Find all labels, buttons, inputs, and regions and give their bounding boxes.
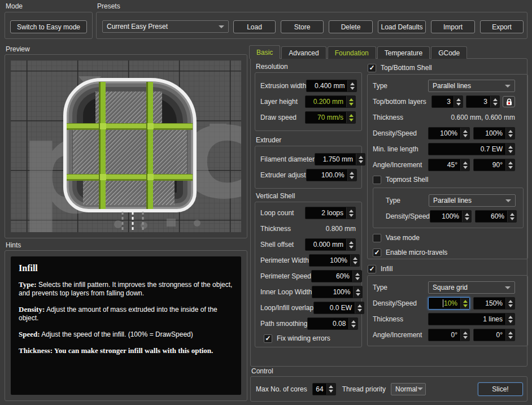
slice-button[interactable]: Slice!	[478, 382, 523, 396]
top-layers-input[interactable]: 3	[431, 95, 463, 108]
infill-increment-input[interactable]: 0°	[473, 329, 515, 341]
top-bottom-shell-checkbox[interactable]: ✓ Top/Bottom Shell	[368, 62, 432, 73]
shell-thickness-value: 0.800 mm	[326, 225, 356, 233]
spin-down-icon	[357, 309, 362, 312]
preview-3d-render[interactable]: p c	[11, 60, 241, 232]
thread-priority-dropdown[interactable]: Normal	[391, 383, 426, 395]
tab-temperature[interactable]: Temperature	[377, 46, 430, 59]
basic-tab-panel: Resolution Extrusion width 0.400 mm Laye…	[250, 58, 527, 367]
tab-advanced[interactable]: Advanced	[281, 46, 326, 59]
infill-type-dropdown[interactable]: Square grid	[428, 281, 515, 294]
spin-up-icon	[463, 130, 468, 133]
hint-type: Type: Selects the infill pattern. It imp…	[19, 280, 233, 298]
perimeter-width-input[interactable]: 100%	[309, 254, 360, 267]
topmost-density-speed-row: Density/Speed 100% 60%	[373, 208, 523, 224]
infill-angle-input[interactable]: 0°	[428, 329, 470, 341]
checkbox-box[interactable]: ✓	[368, 64, 376, 72]
tab-foundation[interactable]: Foundation	[328, 46, 376, 59]
checkbox-box[interactable]: ✓	[373, 249, 381, 257]
bottom-layers-input[interactable]: 3	[466, 95, 500, 108]
tbs-angle-increment-row: Angle/Increment 45° 90°	[368, 157, 527, 173]
spin-down-icon	[463, 166, 468, 169]
load-button[interactable]: Load	[233, 20, 276, 33]
fix-winding-errors-checkbox[interactable]: ✓ Fix winding errors	[255, 332, 361, 345]
hint-density: Density: Adjust the amount of mass extru…	[19, 305, 233, 323]
lock-ratio-button[interactable]	[503, 96, 515, 107]
spin-down-icon	[463, 134, 468, 137]
topmost-speed-input[interactable]: 60%	[475, 210, 517, 223]
spin-up-icon	[350, 82, 355, 85]
resolution-groupbox: Extrusion width 0.400 mm Layer height 0.…	[255, 72, 362, 131]
spin-up-icon	[356, 289, 360, 291]
checkbox-box[interactable]: ✓	[264, 334, 272, 343]
path-smoothing-input[interactable]: 0.08	[307, 317, 358, 330]
spin-down-icon	[508, 320, 513, 323]
spin-up-icon	[508, 130, 513, 133]
extruder-adjust-input[interactable]: 100.0%	[306, 169, 357, 181]
delete-button[interactable]: Delete	[329, 20, 373, 33]
tbs-density-input[interactable]: 100%	[428, 127, 470, 140]
store-button[interactable]: Store	[281, 20, 324, 33]
max-cores-input[interactable]: 64	[312, 383, 336, 395]
min-line-length-row: Min. line length 0.7 EW	[368, 141, 527, 157]
topmost-type-dropdown[interactable]: Parallel lines	[429, 194, 516, 207]
import-button[interactable]: Import	[431, 20, 475, 33]
draw-speed-input[interactable]: 70 mm/s	[305, 111, 356, 124]
load-defaults-button[interactable]: Load Defaults	[378, 20, 426, 33]
tbs-speed-input[interactable]: 100%	[473, 127, 515, 140]
min-line-length-input[interactable]: 0.7 EW	[428, 143, 515, 155]
spin-down-icon	[463, 304, 468, 307]
tab-basic[interactable]: Basic	[249, 45, 280, 59]
hint-title: Infill	[19, 263, 233, 273]
spin-down-icon	[493, 103, 498, 106]
enable-micro-travels-checkbox[interactable]: ✓ Enable micro-travels	[368, 245, 527, 260]
text-caret	[443, 299, 443, 307]
tbs-angle-input[interactable]: 45°	[428, 159, 470, 171]
shell-offset-input[interactable]: 0.000 mm	[305, 238, 356, 251]
spin-up-icon	[456, 98, 461, 101]
infill-groupbox: Type Square grid Density/Speed 10% 150%	[367, 275, 528, 346]
layer-height-label: Layer height	[260, 98, 305, 106]
tbs-increment-input[interactable]: 90°	[473, 159, 515, 171]
filament-diameter-input[interactable]: 1.750 mm	[315, 153, 365, 166]
export-button[interactable]: Export	[480, 20, 524, 33]
vase-mode-checkbox[interactable]: Vase mode	[368, 230, 527, 245]
spin-up-icon	[508, 162, 513, 164]
hints-groupbox: Infill Type: Selects the infill pattern.…	[5, 250, 247, 401]
infill-checkbox[interactable]: ✓ Infill	[368, 263, 393, 275]
spin-down-icon	[353, 262, 357, 264]
inner-loop-width-input[interactable]: 100%	[312, 286, 363, 298]
loop-infill-overlap-input[interactable]: 0.0 EW	[313, 302, 364, 314]
loop-count-row: Loop count 2 loops	[255, 205, 361, 221]
tab-gcode[interactable]: GCode	[431, 46, 467, 59]
max-cores-label: Max No. of cores	[256, 385, 307, 393]
spin-up-icon	[465, 213, 469, 216]
tbs-type-dropdown[interactable]: Parallel lines	[428, 80, 515, 92]
checkbox-box[interactable]	[373, 234, 381, 242]
infill-thickness-row: Thickness 1 lines	[368, 311, 527, 327]
infill-thickness-input[interactable]: 1 lines	[428, 313, 515, 325]
loop-count-input[interactable]: 2 loops	[305, 207, 356, 219]
infill-density-input[interactable]: 10%	[428, 297, 470, 310]
tbs-thickness-value: 0.600 mm, 0.600 mm	[451, 114, 515, 121]
hints-section-label: Hints	[6, 241, 21, 249]
switch-easy-mode-button[interactable]: Switch to Easy mode	[10, 20, 87, 33]
spin-down-icon	[350, 176, 354, 179]
spin-down-icon	[349, 214, 354, 217]
spin-down-icon	[463, 336, 468, 339]
extrusion-width-row: Extrusion width 0.400 mm	[255, 78, 361, 94]
spin-down-icon	[508, 150, 513, 153]
resolution-title: Resolution	[256, 63, 288, 71]
perimeter-speed-input[interactable]: 60%	[311, 270, 362, 282]
checkbox-box[interactable]: ✓	[368, 265, 376, 273]
topmost-density-input[interactable]: 100%	[430, 210, 472, 223]
extrusion-width-input[interactable]: 0.400 mm	[306, 80, 357, 92]
preset-dropdown[interactable]: Current Easy Preset	[102, 20, 229, 33]
infill-speed-input[interactable]: 150%	[473, 297, 515, 310]
spin-up-icon	[349, 241, 354, 244]
topmost-shell-checkbox[interactable]: Topmost Shell	[368, 173, 527, 186]
checkbox-box[interactable]	[373, 176, 381, 184]
spin-up-icon	[349, 114, 354, 117]
spin-up-icon	[357, 304, 362, 307]
layer-height-input[interactable]: 0.200 mm	[305, 95, 356, 108]
